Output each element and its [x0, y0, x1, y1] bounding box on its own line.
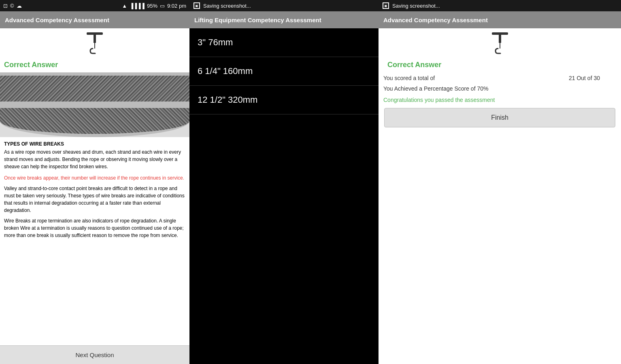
svg-rect-3: [492, 32, 508, 35]
option-label-3: 12 1/2" 320mm: [198, 95, 257, 105]
app-title-bar-center: Lifting Equipment Competency Assessment: [189, 11, 379, 28]
wire-breaks-text2: Valley and strand-to-core contact point …: [0, 185, 189, 217]
rope-bottom: [0, 105, 189, 137]
wire-rope-image: [0, 72, 189, 137]
score-label: You scored a total of: [383, 75, 435, 81]
score-row: You scored a total of 21 Out of 30: [383, 72, 616, 84]
crane-icon-wrap: [0, 28, 189, 57]
time-display: 9:02 pm: [167, 3, 186, 9]
app-title-bar-left: Advanced Competency Assessment: [0, 11, 189, 28]
notification-icon: ⊡: [3, 3, 8, 9]
rope-top: [0, 72, 189, 105]
finish-button[interactable]: Finish: [384, 108, 615, 127]
circle-icon: ©: [10, 3, 14, 9]
next-question-button[interactable]: Next Question: [0, 345, 189, 364]
option-item-3[interactable]: 12 1/2" 320mm: [189, 86, 379, 114]
panel-right: ▣ Saving screenshot... Advanced Competen…: [379, 0, 621, 364]
panel-center: ▣ Saving screenshot... Lifting Equipment…: [189, 0, 379, 364]
app-title-right: Advanced Competency Assessment: [383, 17, 488, 23]
status-icons-right: ▲ ▐▐▐▐ 95% ▭ 9:02 pm: [122, 3, 186, 9]
crane-icon-wrap-right: [379, 28, 621, 57]
saving-icon-right: ▣: [383, 2, 389, 9]
status-icons-left: ⊡ © ☁: [3, 3, 22, 9]
option-label-2: 6 1/4" 160mm: [198, 66, 253, 76]
wire-breaks-title: TYPES OF WIRE BREAKS: [0, 137, 189, 148]
crane-icon-right: [490, 32, 510, 56]
svg-rect-4: [499, 35, 501, 43]
percentage-value: 70%: [477, 85, 488, 92]
battery-icon: ▭: [160, 3, 165, 9]
panel-left: ⊡ © ☁ ▲ ▐▐▐▐ 95% ▭ 9:02 pm Advanced Comp…: [0, 0, 189, 364]
saving-bar-right: ▣ Saving screenshot...: [379, 0, 621, 11]
cloud-icon: ☁: [17, 3, 22, 9]
option-label-1: 3" 76mm: [198, 37, 233, 47]
wire-breaks-text1: As a wire rope moves over sheaves and dr…: [0, 148, 189, 174]
status-bar-left: ⊡ © ☁ ▲ ▐▐▐▐ 95% ▭ 9:02 pm: [0, 0, 189, 11]
correct-answer-label-left: Correct Answer: [0, 57, 189, 72]
wifi-icon: ▲: [122, 3, 127, 9]
saving-text-center: Saving screenshot...: [203, 3, 251, 9]
options-list: 3" 76mm 6 1/4" 160mm 12 1/2" 320mm: [189, 28, 379, 364]
score-value: 21 Out of 30: [569, 75, 600, 81]
svg-rect-1: [94, 35, 96, 43]
option-item-1[interactable]: 3" 76mm: [189, 28, 379, 57]
crane-icon: [85, 32, 105, 56]
battery-percent: 95%: [147, 3, 157, 9]
app-title-left: Advanced Competency Assessment: [5, 17, 109, 23]
signal-icon: ▐▐▐▐: [130, 3, 145, 9]
saving-text-right: Saving screenshot...: [392, 3, 440, 9]
percentage-row: You Achieved a Percentage Score of 70%: [383, 84, 616, 93]
correct-answer-label-right: Correct Answer: [383, 57, 616, 72]
wire-breaks-text3: Wire Breaks at rope termination are also…: [0, 217, 189, 242]
percentage-label: You Achieved a Percentage Score of: [383, 85, 476, 92]
app-title-bar-right: Advanced Competency Assessment: [379, 11, 621, 28]
congratulations-text: Congratulations you passed the assessmen…: [383, 93, 616, 108]
saving-icon-center: ▣: [194, 2, 200, 9]
svg-rect-0: [87, 32, 103, 35]
panel-left-content: Correct Answer TYPES OF WIRE BREAKS As a…: [0, 28, 189, 345]
saving-bar-center: ▣ Saving screenshot...: [189, 0, 379, 11]
wire-breaks-highlight: Once wire breaks appear, their number wi…: [0, 174, 189, 185]
app-title-center: Lifting Equipment Competency Assessment: [194, 17, 321, 23]
panel-right-content: Correct Answer You scored a total of 21 …: [379, 57, 621, 364]
option-item-2[interactable]: 6 1/4" 160mm: [189, 57, 379, 86]
